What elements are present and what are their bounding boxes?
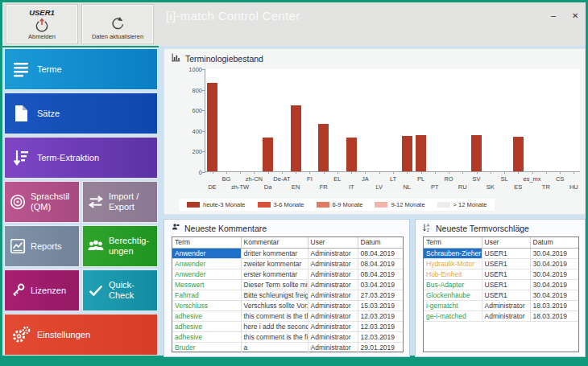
x-axis-label: DE	[199, 183, 226, 191]
x-axis-tick	[435, 171, 436, 174]
sidebar-tile-reports[interactable]: Reports	[4, 225, 80, 267]
sidebar-tile-label: Lizenzen	[31, 286, 68, 296]
table-row[interactable]: ge-i-matchedAdministrator18.03.2019	[424, 310, 578, 321]
x-axis-label: es_mx	[519, 175, 546, 183]
cell-date: 27.03.2019	[358, 290, 403, 300]
column-header[interactable]: Datum	[530, 237, 578, 248]
cell-comment: Bitte schleunigst freigebe...	[241, 290, 308, 300]
x-axis-tick	[560, 171, 561, 174]
x-axis-label: IT	[337, 183, 365, 191]
x-axis-tick	[282, 171, 283, 174]
target-icon	[5, 193, 31, 211]
column-header[interactable]: User	[308, 237, 358, 248]
sidebar-tile-sprachstil-qm[interactable]: Sprachstil (QM)	[4, 181, 80, 223]
chart-bar-Da	[263, 138, 273, 171]
table-row[interactable]: Hub-EinheitUSER130.04.2019	[424, 269, 578, 279]
table-row[interactable]: Schrauben-ZieherUSER130.04.2019	[424, 248, 578, 258]
cell-user: Administrator	[482, 300, 530, 310]
table-row[interactable]: GlockenhaubeUSER130.04.2019	[424, 290, 578, 300]
cell-user: Administrator	[482, 310, 530, 321]
sidebar-tile-saetze[interactable]: Sätze	[4, 93, 158, 134]
chart-bar-FR	[318, 124, 329, 171]
chart-bar-NL	[402, 136, 412, 171]
table-row[interactable]: Anwenderzweiter kommentarAdministrator08…	[172, 258, 403, 269]
sidebar-tile-term-extraktion[interactable]: Term-Extraktion	[4, 137, 158, 179]
legend-item: 3-6 Monate	[258, 201, 304, 208]
legend-label: 6-9 Monate	[333, 201, 363, 208]
x-axis-tick	[504, 171, 505, 174]
app-window: USER1 Abmelden Daten aktualisieren [i]-m…	[0, 0, 588, 366]
cell-term: Bruder	[172, 342, 241, 352]
x-axis-label: TR	[532, 183, 560, 191]
column-header[interactable]: Term	[172, 237, 241, 248]
table-header-row: TermKommentarUserDatum	[172, 237, 403, 248]
legend-item: 6-9 Monate	[317, 201, 363, 208]
sidebar-tile-einstellungen[interactable]: Einstellungen	[4, 314, 158, 356]
check-icon	[83, 282, 109, 299]
x-axis-tick	[379, 171, 380, 174]
minimize-button[interactable]: –	[551, 11, 556, 20]
cell-user: Administrator	[308, 342, 358, 352]
logout-button[interactable]: USER1 Abmelden	[6, 5, 77, 43]
bar-chart-icon	[171, 52, 181, 64]
table-row[interactable]: MesswertDieser Term sollte mit & g...Adm…	[172, 279, 403, 290]
sidebar-tile-label: Term-Extraktion	[37, 153, 101, 163]
cell-date: 30.04.2019	[530, 290, 578, 300]
cell-term: Schrauben-Zieher	[424, 248, 482, 258]
refresh-label: Daten aktualisieren	[92, 33, 143, 40]
chart-bar-PL	[416, 135, 426, 171]
sidebar-tile-label: Berechtig- ungen	[109, 236, 157, 257]
table-row[interactable]: Anwendererster kommentarAdministrator08.…	[172, 269, 403, 279]
sidebar-tile-berechtigungen[interactable]: Berechtig- ungen	[82, 225, 158, 267]
cell-comment: Dieser Term sollte mit & g...	[241, 279, 308, 290]
sidebar-tile-import-export[interactable]: Import / Export	[82, 181, 158, 223]
cell-term: Anwender	[172, 269, 241, 279]
refresh-data-button[interactable]: Daten aktualisieren	[82, 5, 153, 43]
x-axis-label: De-AT	[268, 175, 296, 183]
x-axis-label: zh-TW	[226, 183, 254, 191]
x-axis-label: RU	[449, 183, 476, 191]
close-button[interactable]: ✕	[572, 11, 578, 20]
cell-date: 08.04.2019	[358, 258, 403, 269]
chart-bar-DE	[207, 83, 217, 171]
cell-date: 08.04.2019	[358, 269, 403, 279]
x-axis-tick	[421, 171, 422, 174]
table-row[interactable]: Anwenderdritter kommentarAdministrator08…	[172, 248, 403, 258]
table-row[interactable]: adhesivethis comment is the first c...Ad…	[172, 331, 403, 342]
x-axis-label: SV	[463, 175, 491, 183]
x-axis-tick	[296, 171, 296, 174]
x-axis-label: ES	[504, 183, 532, 191]
sidebar-tile-quick-check[interactable]: Quick-Check	[82, 269, 158, 311]
cell-user: Administrator	[308, 279, 358, 290]
suggestions-panel: A Z Neueste Termvorschläge TermUserDatum…	[415, 219, 586, 357]
sidebar-tile-lizenzen[interactable]: Lizenzen	[4, 269, 80, 311]
cell-user: Administrator	[308, 290, 358, 300]
legend-label: 9-12 Monate	[391, 201, 424, 208]
table-row[interactable]: FahrradBitte schleunigst freigebe...Admi…	[172, 290, 403, 300]
table-row[interactable]: Hydraulik-MotorUSER130.04.2019	[424, 258, 578, 269]
chart-header: Terminologiebestand	[164, 49, 585, 64]
legend-label: 3-6 Monate	[274, 201, 304, 208]
cell-term: Messwert	[172, 279, 241, 290]
column-header[interactable]: Kommentar	[241, 237, 308, 248]
table-row[interactable]: adhesivethis comment is the third ...Adm…	[172, 310, 403, 321]
column-header[interactable]: Term	[424, 237, 482, 248]
chart-bar-EN	[291, 105, 301, 171]
legend-swatch	[317, 202, 329, 208]
x-axis-tick	[309, 171, 310, 174]
sidebar-tile-terme[interactable]: Terme	[4, 48, 158, 90]
legend-swatch	[437, 202, 450, 208]
suggestions-header: A Z Neueste Termvorschläge	[416, 220, 585, 234]
table-row[interactable]: VerschlussVerschluss sollte Vorzugs...Ad…	[172, 300, 403, 310]
x-axis-tick	[477, 171, 478, 174]
table-row[interactable]: Bus-AdapterUSER130.04.2019	[424, 279, 578, 290]
x-axis-tick	[574, 171, 574, 174]
table-row[interactable]: adhesivehere i add the second co...Admin…	[172, 321, 403, 331]
column-header[interactable]: User	[482, 237, 530, 248]
table-row[interactable]: i-gematchtAdministrator18.03.2019	[424, 300, 578, 310]
comments-header: Neueste Kommentare	[164, 220, 409, 234]
column-header[interactable]: Datum	[358, 237, 403, 248]
table-row[interactable]: BruderaAdministrator29.01.2019	[172, 342, 403, 352]
terminology-chart-panel: Terminologiebestand 02004006008001000DEB…	[164, 48, 586, 215]
cell-date: 12.03.2019	[358, 321, 403, 331]
